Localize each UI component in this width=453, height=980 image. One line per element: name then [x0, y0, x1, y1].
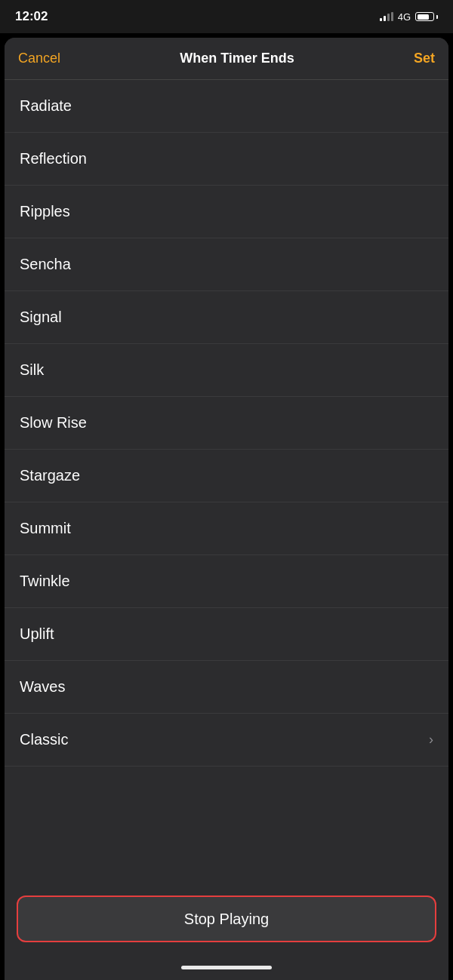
list-item-slow-rise[interactable]: Slow Rise: [5, 397, 448, 450]
list-item-uplift[interactable]: Uplift: [5, 608, 448, 661]
nav-bar: Cancel When Timer Ends Set: [5, 38, 448, 80]
list-item-label-radiate: Radiate: [20, 97, 72, 115]
list-item-reflection[interactable]: Reflection: [5, 133, 448, 186]
list-item-label-ripples: Ripples: [20, 203, 70, 220]
list-container: RadiateReflectionRipplesSenchaSignalSilk…: [5, 80, 448, 888]
list-item-label-summit: Summit: [20, 520, 71, 537]
list-item-radiate[interactable]: Radiate: [5, 80, 448, 133]
home-indicator: [5, 954, 448, 980]
stop-playing-button[interactable]: Stop Playing: [17, 896, 436, 942]
status-icons: 4G: [380, 11, 438, 23]
status-time: 12:02: [15, 9, 48, 24]
list-item-label-signal: Signal: [20, 309, 62, 326]
list-item-label-sencha: Sencha: [20, 256, 71, 273]
nav-title: When Timer Ends: [180, 51, 294, 66]
list-item-label-slow-rise: Slow Rise: [20, 414, 87, 432]
battery-icon: [415, 12, 438, 21]
modal-sheet: Cancel When Timer Ends Set RadiateReflec…: [5, 38, 448, 980]
list-item-stargaze[interactable]: Stargaze: [5, 450, 448, 502]
list-item-label-classic: Classic: [20, 731, 68, 748]
status-bar: 12:02 4G: [0, 0, 453, 33]
list-item-waves[interactable]: Waves: [5, 661, 448, 714]
list-item-silk[interactable]: Silk: [5, 344, 448, 397]
list-item-label-waves: Waves: [20, 678, 65, 696]
list-item-label-uplift: Uplift: [20, 625, 54, 643]
list-item-twinkle[interactable]: Twinkle: [5, 555, 448, 608]
list-item-label-reflection: Reflection: [20, 150, 87, 167]
stop-playing-section: Stop Playing: [5, 888, 448, 954]
list-item-sencha[interactable]: Sencha: [5, 238, 448, 291]
list-item-classic[interactable]: Classic›: [5, 714, 448, 766]
cancel-button[interactable]: Cancel: [18, 51, 60, 66]
list-item-label-stargaze: Stargaze: [20, 467, 80, 484]
stop-playing-label: Stop Playing: [184, 911, 269, 928]
signal-icon: [380, 12, 393, 21]
list-item-summit[interactable]: Summit: [5, 502, 448, 555]
list-item-label-twinkle: Twinkle: [20, 573, 70, 590]
list-item-label-silk: Silk: [20, 361, 44, 379]
home-bar: [181, 966, 272, 969]
set-button[interactable]: Set: [414, 51, 435, 66]
list-item-ripples[interactable]: Ripples: [5, 186, 448, 238]
network-label: 4G: [398, 11, 411, 23]
chevron-icon-classic: ›: [429, 732, 433, 748]
list-item-signal[interactable]: Signal: [5, 291, 448, 344]
